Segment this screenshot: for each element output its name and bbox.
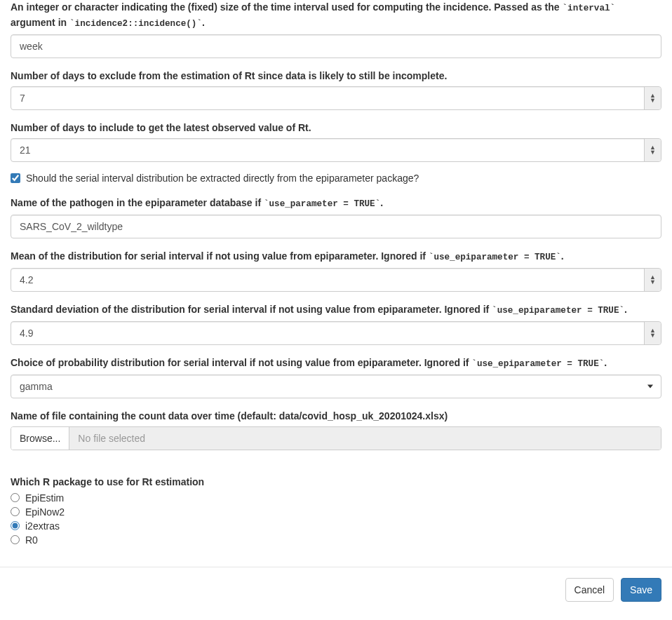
data-file-input[interactable]: Browse... No file selected (11, 426, 661, 450)
field-data-file: Name of file containing the count data o… (11, 409, 661, 450)
interval-input[interactable] (11, 34, 661, 58)
pathogen-input[interactable] (11, 215, 661, 238)
browse-button[interactable]: Browse... (11, 427, 69, 450)
field-exclude-days: Number of days to exclude from the estim… (11, 69, 661, 110)
field-si-dist: Choice of probability distribution for s… (11, 356, 661, 398)
exclude-days-input[interactable] (11, 86, 661, 110)
si-dist-label: Choice of probability distribution for s… (11, 356, 661, 371)
exclude-days-label: Number of days to exclude from the estim… (11, 69, 661, 83)
si-sd-input[interactable] (11, 321, 661, 345)
save-button[interactable]: Save (621, 578, 661, 602)
data-file-label: Name of file containing the count data o… (11, 409, 661, 423)
si-mean-label: Mean of the distribution for serial inte… (11, 249, 661, 264)
field-rt-package: Which R package to use for Rt estimation… (11, 475, 661, 546)
radio-r0[interactable] (11, 535, 20, 544)
number-stepper-icon[interactable]: ▲▼ (644, 139, 661, 161)
number-stepper-icon[interactable]: ▲▼ (644, 269, 661, 291)
field-use-epiparameter: Should the serial interval distribution … (11, 173, 661, 185)
field-si-sd: Standard deviation of the distribution f… (11, 302, 661, 345)
number-stepper-icon[interactable]: ▲▼ (644, 87, 661, 109)
use-epiparameter-checkbox[interactable] (11, 173, 20, 183)
dialog-footer: Cancel Save (0, 567, 672, 612)
file-name-display: No file selected (69, 427, 661, 450)
radio-option-epinow2[interactable]: EpiNow2 (11, 506, 661, 518)
number-stepper-icon[interactable]: ▲▼ (644, 322, 661, 344)
include-days-input[interactable] (11, 138, 661, 162)
field-pathogen: Name of the pathogen in the epiparameter… (11, 196, 661, 238)
radio-epiestim[interactable] (11, 493, 20, 502)
si-dist-select[interactable]: gamma (11, 375, 661, 398)
field-si-mean: Mean of the distribution for serial inte… (11, 249, 661, 292)
rt-package-label: Which R package to use for Rt estimation (11, 475, 661, 489)
radio-epinow2[interactable] (11, 507, 20, 516)
include-days-label: Number of days to include to get the lat… (11, 121, 661, 135)
pathogen-label: Name of the pathogen in the epiparameter… (11, 196, 661, 211)
si-mean-input[interactable] (11, 268, 661, 292)
radio-option-r0[interactable]: R0 (11, 534, 661, 546)
radio-option-i2extras[interactable]: i2extras (11, 520, 661, 532)
radio-i2extras[interactable] (11, 521, 20, 530)
cancel-button[interactable]: Cancel (565, 578, 614, 602)
radio-option-epiestim[interactable]: EpiEstim (11, 492, 661, 504)
field-include-days: Number of days to include to get the lat… (11, 121, 661, 162)
interval-label: An integer or character indicating the (… (11, 0, 661, 31)
si-sd-label: Standard deviation of the distribution f… (11, 302, 661, 318)
field-interval: An integer or character indicating the (… (11, 0, 661, 58)
use-epiparameter-label[interactable]: Should the serial interval distribution … (11, 173, 419, 184)
